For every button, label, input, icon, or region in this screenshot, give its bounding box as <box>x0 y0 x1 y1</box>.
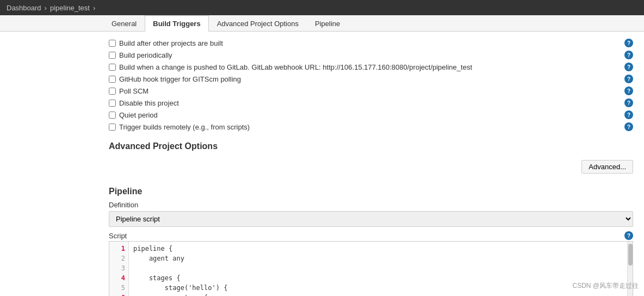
tabs-bar: General Build Triggers Advanced Project … <box>0 15 644 32</box>
pipeline-section: Pipeline Definition Pipeline script Scri… <box>109 187 633 296</box>
trigger-label-disable: Disable this project <box>119 99 179 107</box>
help-icon-script[interactable]: ? <box>624 231 633 240</box>
trigger-check-periodically[interactable] <box>109 52 116 59</box>
trigger-item-after-other: Build after other projects are built ? <box>109 37 633 49</box>
script-header: Script ? <box>109 231 633 240</box>
advanced-button[interactable]: Advanced... <box>581 160 633 174</box>
trigger-check-gitlab[interactable] <box>109 64 116 71</box>
trigger-label-remote: Trigger builds remotely (e.g., from scri… <box>119 123 250 131</box>
content-area: Build after other projects are built ? B… <box>0 32 644 296</box>
breadcrumb-sep1: › <box>45 4 47 12</box>
trigger-label-after-other: Build after other projects are built <box>119 39 223 47</box>
trigger-check-poll-scm[interactable] <box>109 88 116 95</box>
help-icon-github[interactable]: ? <box>624 75 633 83</box>
main-panel: General Build Triggers Advanced Project … <box>0 15 644 296</box>
help-icon-quiet[interactable]: ? <box>624 110 633 119</box>
tab-build-triggers[interactable]: Build Triggers <box>145 15 208 32</box>
code-content[interactable]: pipeline { agent any stages { stage('hel… <box>129 242 627 296</box>
definition-select[interactable]: Pipeline script <box>109 211 633 227</box>
trigger-item-poll-scm: Poll SCM ? <box>109 85 633 97</box>
trigger-item-periodically: Build periodically ? <box>109 49 633 61</box>
trigger-check-github[interactable] <box>109 76 116 83</box>
trigger-item-disable: Disable this project ? <box>109 97 633 109</box>
tab-pipeline[interactable]: Pipeline <box>307 15 348 32</box>
help-icon-periodically[interactable]: ? <box>624 51 633 59</box>
help-icon-after-other[interactable]: ? <box>624 39 633 47</box>
breadcrumb-project[interactable]: pipeline_test <box>50 4 90 12</box>
help-icon-gitlab[interactable]: ? <box>624 63 633 71</box>
tab-general[interactable]: General <box>103 15 145 32</box>
line-numbers: 1 2 3 4 5 6 7 8 9 10 11 12 13 14 <box>109 242 129 296</box>
trigger-check-after-other[interactable] <box>109 40 116 47</box>
trigger-label-quiet: Quiet period <box>119 111 158 119</box>
trigger-check-quiet[interactable] <box>109 112 116 119</box>
help-icon-poll-scm[interactable]: ? <box>624 87 633 95</box>
trigger-item-gitlab: Build when a change is pushed to GitLab.… <box>109 61 633 73</box>
scrollbar-thumb-y[interactable] <box>628 244 633 266</box>
trigger-label-gitlab: Build when a change is pushed to GitLab.… <box>119 63 472 71</box>
trigger-label-poll-scm: Poll SCM <box>119 87 148 95</box>
watermark: CSDN @风车带走过往 <box>572 281 639 291</box>
advanced-btn-row: Advanced... <box>109 156 633 178</box>
script-editor[interactable]: 1 2 3 4 5 6 7 8 9 10 11 12 13 14 <box>109 242 633 296</box>
advanced-project-options-title: Advanced Project Options <box>109 141 633 151</box>
trigger-item-quiet: Quiet period ? <box>109 109 633 121</box>
trigger-item-github: GitHub hook trigger for GITScm polling ? <box>109 73 633 85</box>
trigger-label-periodically: Build periodically <box>119 51 172 59</box>
build-triggers-list: Build after other projects are built ? B… <box>109 37 633 133</box>
breadcrumb-sep2: › <box>93 4 95 12</box>
help-icon-remote[interactable]: ? <box>624 122 633 131</box>
top-bar: Dashboard › pipeline_test › <box>0 0 644 15</box>
trigger-item-remote: Trigger builds remotely (e.g., from scri… <box>109 121 633 133</box>
breadcrumb-dashboard[interactable]: Dashboard <box>7 4 41 12</box>
script-editor-wrapper: 1 2 3 4 5 6 7 8 9 10 11 12 13 14 <box>109 241 633 296</box>
trigger-check-remote[interactable] <box>109 124 116 131</box>
definition-label: Definition <box>109 201 633 209</box>
pipeline-title: Pipeline <box>109 187 633 196</box>
trigger-check-disable[interactable] <box>109 100 116 107</box>
help-icon-disable[interactable]: ? <box>624 98 633 107</box>
tab-advanced-project-options[interactable]: Advanced Project Options <box>209 15 307 32</box>
trigger-label-github: GitHub hook trigger for GITScm polling <box>119 75 241 83</box>
script-label: Script <box>109 232 127 240</box>
